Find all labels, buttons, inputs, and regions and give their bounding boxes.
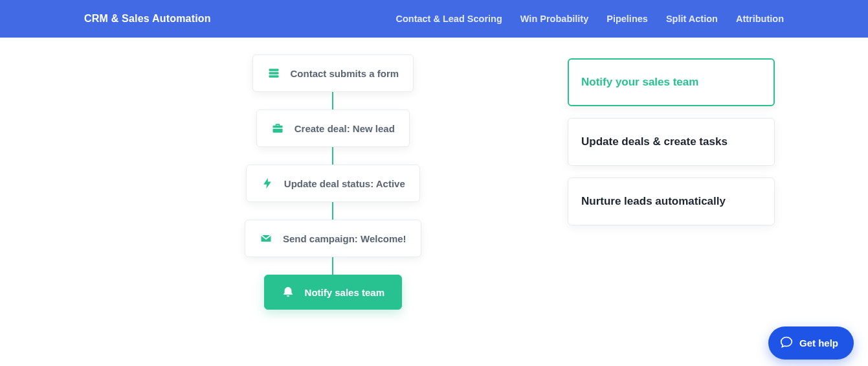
flow-connector [332, 257, 333, 275]
flow-node-label: Create deal: New lead [295, 123, 395, 134]
automation-flow: Contact submits a form Create deal: New … [245, 54, 421, 310]
chat-icon [780, 336, 793, 350]
nav-win-probability[interactable]: Win Probability [520, 14, 588, 24]
briefcase-icon [271, 122, 284, 135]
nav-contact-lead-scoring[interactable]: Contact & Lead Scoring [395, 14, 502, 24]
mail-icon [260, 232, 273, 245]
feature-card-nurture[interactable]: Nurture leads automatically [568, 177, 775, 225]
feature-card-update-deals[interactable]: Update deals & create tasks [568, 118, 775, 166]
flow-node-submit-form[interactable]: Contact submits a form [252, 54, 414, 92]
header-bar: CRM & Sales Automation Contact & Lead Sc… [0, 0, 868, 38]
flow-connector [332, 202, 333, 220]
primary-nav: Contact & Lead Scoring Win Probability P… [395, 14, 784, 24]
flow-node-notify-team[interactable]: Notify sales team [264, 275, 402, 310]
nav-pipelines[interactable]: Pipelines [606, 14, 648, 24]
flow-node-label: Send campaign: Welcome! [283, 233, 406, 244]
svg-rect-2 [269, 75, 278, 77]
form-icon [267, 67, 280, 80]
nav-split-action[interactable]: Split Action [666, 14, 718, 24]
bell-icon [282, 286, 295, 299]
flow-node-send-campaign[interactable]: Send campaign: Welcome! [245, 220, 421, 257]
flow-connector [332, 92, 333, 109]
flow-node-update-status[interactable]: Update deal status: Active [246, 165, 420, 202]
flow-node-label: Notify sales team [305, 287, 384, 298]
nav-attribution[interactable]: Attribution [736, 14, 784, 24]
flow-node-label: Contact submits a form [291, 68, 399, 79]
feature-card-notify[interactable]: Notify your sales team [568, 58, 775, 106]
flow-node-create-deal[interactable]: Create deal: New lead [256, 109, 410, 147]
svg-marker-3 [263, 178, 271, 189]
get-help-label: Get help [799, 337, 838, 349]
feature-cards: Notify your sales team Update deals & cr… [568, 58, 775, 225]
bolt-icon [261, 177, 274, 190]
get-help-button[interactable]: Get help [768, 326, 854, 360]
flow-node-label: Update deal status: Active [284, 178, 405, 189]
svg-rect-0 [269, 69, 278, 71]
svg-rect-1 [269, 72, 278, 74]
flow-connector [332, 147, 333, 165]
brand-title: CRM & Sales Automation [84, 13, 211, 25]
